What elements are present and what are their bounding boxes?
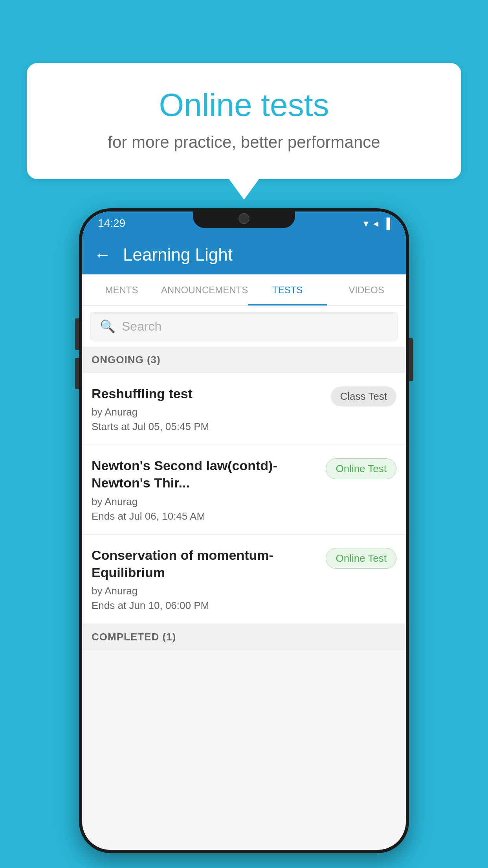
- test-item-newtons[interactable]: Newton's Second law(contd)-Newton's Thir…: [82, 445, 406, 534]
- test-badge-reshuffling: Class Test: [331, 386, 396, 406]
- tab-bar: MENTS ANNOUNCEMENTS TESTS VIDEOS: [82, 274, 406, 306]
- status-time: 14:29: [98, 217, 125, 230]
- test-item-conservation[interactable]: Conservation of momentum-Equilibrium by …: [82, 535, 406, 624]
- test-info-newtons: Newton's Second law(contd)-Newton's Thir…: [92, 457, 326, 522]
- app-title: Learning Light: [123, 245, 233, 265]
- tab-ments[interactable]: MENTS: [82, 274, 161, 305]
- test-date-conservation: Ends at Jun 10, 06:00 PM: [92, 600, 318, 612]
- phone-frame: 14:29 ▾ ◂ ▐ ← Learning Light MENTS ANNOU…: [79, 208, 409, 853]
- speech-bubble: Online tests for more practice, better p…: [27, 63, 461, 179]
- wifi-icon: ▾: [363, 217, 369, 230]
- test-author-newtons: by Anurag: [92, 496, 318, 508]
- tab-videos[interactable]: VIDEOS: [327, 274, 406, 305]
- test-date-reshuffling: Starts at Jul 05, 05:45 PM: [92, 421, 323, 433]
- test-author-conservation: by Anurag: [92, 585, 318, 597]
- volume-down-button: [75, 358, 79, 389]
- test-author-reshuffling: by Anurag: [92, 406, 323, 418]
- search-container: 🔍 Search: [82, 306, 406, 347]
- test-badge-newtons: Online Test: [326, 458, 396, 479]
- test-info-conservation: Conservation of momentum-Equilibrium by …: [92, 546, 326, 612]
- test-name-conservation: Conservation of momentum-Equilibrium: [92, 546, 318, 581]
- bubble-title: Online tests: [50, 86, 438, 123]
- volume-up-button: [75, 318, 79, 350]
- app-bar: ← Learning Light: [82, 235, 406, 274]
- test-item-reshuffling[interactable]: Reshuffling test by Anurag Starts at Jul…: [82, 373, 406, 445]
- battery-icon: ▐: [383, 217, 390, 230]
- test-date-newtons: Ends at Jul 06, 10:45 AM: [92, 510, 318, 522]
- test-name-reshuffling: Reshuffling test: [92, 385, 323, 402]
- phone-screen: 14:29 ▾ ◂ ▐ ← Learning Light MENTS ANNOU…: [82, 211, 406, 850]
- phone-notch: [193, 208, 295, 228]
- search-bar[interactable]: 🔍 Search: [90, 312, 398, 340]
- back-button[interactable]: ←: [94, 245, 111, 265]
- front-camera: [238, 213, 250, 224]
- test-info-reshuffling: Reshuffling test by Anurag Starts at Jul…: [92, 385, 331, 433]
- tab-announcements[interactable]: ANNOUNCEMENTS: [161, 274, 248, 305]
- screen-content: 🔍 Search ONGOING (3) Reshuffling test by…: [82, 306, 406, 850]
- completed-section-header: COMPLETED (1): [82, 624, 406, 650]
- ongoing-section-header: ONGOING (3): [82, 347, 406, 373]
- tab-tests[interactable]: TESTS: [248, 274, 327, 305]
- test-badge-conservation: Online Test: [326, 548, 396, 569]
- signal-icon: ◂: [373, 217, 378, 230]
- test-name-newtons: Newton's Second law(contd)-Newton's Thir…: [92, 457, 318, 491]
- bubble-subtitle: for more practice, better performance: [50, 133, 438, 152]
- power-button: [409, 338, 413, 381]
- status-icons: ▾ ◂ ▐: [363, 217, 390, 230]
- search-icon: 🔍: [100, 319, 116, 334]
- search-placeholder: Search: [122, 319, 161, 334]
